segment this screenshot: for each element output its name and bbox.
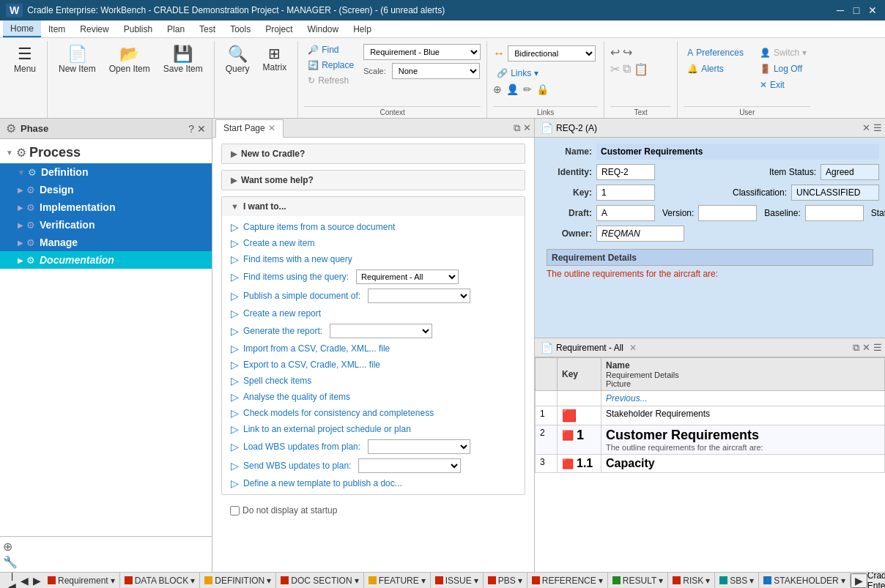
link-spell[interactable]: ▷ Spell check items: [228, 373, 519, 389]
sidebar-item-implementation[interactable]: ▶ ⚙ Implementation: [0, 198, 212, 216]
status-tab-issue[interactable]: ISSUE ▾: [431, 573, 484, 588]
status-tab-result[interactable]: RESULT ▾: [608, 573, 668, 588]
load-wbs-select[interactable]: [368, 439, 470, 454]
sidebar-item-definition[interactable]: ▼ ⚙ Definition: [0, 163, 212, 181]
find-button[interactable]: 🔎 Find: [304, 42, 358, 57]
link-load-wbs[interactable]: ▷ Load WBS updates from plan:: [228, 437, 519, 456]
i-want-to-header[interactable]: ▼ I want to...: [222, 197, 525, 216]
find-query-select[interactable]: Requirement - All: [356, 269, 459, 284]
do-not-display-checkbox[interactable]: [230, 506, 240, 516]
sidebar-item-design[interactable]: ▶ ⚙ Design: [0, 181, 212, 198]
table-row[interactable]: 2 🟥 1 Customer Requirements The ou: [536, 425, 885, 455]
context-select[interactable]: Requirement - Blue: [363, 44, 481, 60]
start-page-panel-close-icon[interactable]: ✕: [523, 122, 531, 134]
paste-icon[interactable]: 📋: [634, 62, 648, 76]
sidebar-item-verification[interactable]: ▶ ⚙ Verification: [0, 216, 212, 234]
sidebar-bottom-icon-2[interactable]: 🔧: [3, 555, 209, 569]
switch-button[interactable]: 👤 Switch ▾: [756, 45, 810, 60]
menu-publish[interactable]: Publish: [116, 21, 160, 37]
refresh-button[interactable]: ↻ Refresh: [304, 73, 358, 88]
sidebar-bottom-icon-1[interactable]: ⊕: [3, 540, 209, 554]
status-tab-requirement[interactable]: Requirement ▾: [43, 573, 120, 588]
link-find-using[interactable]: ▷ Find items using the query: Requiremen…: [228, 267, 519, 286]
start-page-restore-icon[interactable]: ⧉: [514, 122, 520, 134]
link-icon-3[interactable]: ✏: [523, 83, 532, 95]
menu-home[interactable]: Home: [3, 21, 41, 37]
status-tab-definition[interactable]: DEFINITION ▾: [200, 573, 276, 588]
link-import[interactable]: ▷ Import from a CSV, Cradle, XML... file: [228, 340, 519, 357]
minimize-button[interactable]: ─: [834, 4, 847, 17]
copy-icon[interactable]: ⧉: [623, 62, 631, 76]
req-all-tab-close[interactable]: ✕: [629, 343, 637, 353]
logoff-button[interactable]: 🚪 Log Off: [756, 62, 810, 76]
menu-plan[interactable]: Plan: [160, 21, 192, 37]
exit-button[interactable]: ✕ Exit: [756, 78, 810, 92]
alerts-button[interactable]: 🔔 Alerts: [684, 62, 747, 76]
send-wbs-select[interactable]: [358, 458, 461, 473]
link-capture[interactable]: ▷ Capture items from a source document: [228, 219, 519, 235]
status-tab-stakeholder[interactable]: STAKEHOLDER ▾: [759, 573, 850, 588]
link-create-new[interactable]: ▷ Create a new item: [228, 235, 519, 251]
sidebar-help-icon[interactable]: ?: [188, 123, 194, 135]
scale-select[interactable]: None: [392, 63, 480, 79]
link-schedule[interactable]: ▷ Link to an external project schedule o…: [228, 421, 519, 437]
new-to-cradle-header[interactable]: ▶ New to Cradle?: [222, 144, 525, 163]
generate-report-select[interactable]: [330, 324, 432, 338]
status-tab-docsection[interactable]: DOC SECTION ▾: [276, 573, 363, 588]
direction-select[interactable]: Bidirectional: [508, 45, 596, 62]
link-new-report[interactable]: ▷ Create a new report: [228, 305, 519, 321]
link-icon-2[interactable]: 👤: [506, 83, 519, 95]
sidebar-item-documentation[interactable]: ▶ ⚙ Documentation: [0, 251, 212, 269]
query-button[interactable]: 🔍 Query: [221, 42, 255, 78]
undo-icon[interactable]: ↩: [610, 45, 620, 59]
link-find-query[interactable]: ▷ Find items with a new query: [228, 251, 519, 267]
status-nav-first[interactable]: |◀: [6, 572, 18, 588]
menu-help[interactable]: Help: [346, 21, 379, 37]
save-item-button[interactable]: 💾 Save Item: [158, 42, 208, 78]
status-tab-pbs[interactable]: PBS ▾: [484, 573, 527, 588]
req-close-icon[interactable]: ✕: [862, 122, 870, 133]
want-help-header[interactable]: ▶ Want some help?: [222, 171, 525, 190]
replace-button[interactable]: 🔄 Replace: [304, 58, 358, 72]
status-more-button[interactable]: ▶: [851, 573, 867, 588]
link-icon-4[interactable]: 🔒: [536, 83, 549, 95]
table-row[interactable]: 3 🟥 1.1 Capacity: [536, 455, 885, 473]
table-row[interactable]: Previous...: [536, 391, 885, 406]
status-tab-datablock[interactable]: DATA BLOCK ▾: [120, 573, 201, 588]
redo-icon[interactable]: ↪: [623, 45, 632, 59]
menu-window[interactable]: Window: [300, 21, 347, 37]
status-tab-risk[interactable]: RISK ▾: [668, 573, 715, 588]
cut-icon[interactable]: ✂: [610, 62, 620, 76]
status-tab-feature[interactable]: FEATURE ▾: [364, 573, 431, 588]
link-icon-1[interactable]: ⊕: [493, 83, 502, 95]
status-tab-sbs[interactable]: SBS ▾: [715, 573, 759, 588]
link-publish[interactable]: ▷ Publish a simple document of:: [228, 286, 519, 305]
links-button[interactable]: 🔗 Links ▾: [493, 66, 542, 81]
link-analyse[interactable]: ▷ Analyse the quality of items: [228, 389, 519, 405]
sidebar-item-manage[interactable]: ▶ ⚙ Manage: [0, 234, 212, 251]
menu-button[interactable]: ☰ Menu: [9, 42, 41, 78]
start-page-close-icon[interactable]: ✕: [268, 123, 275, 133]
menu-review[interactable]: Review: [73, 21, 116, 37]
req-panel-menu-icon[interactable]: ☰: [873, 122, 882, 133]
new-item-button[interactable]: 📄 New Item: [53, 42, 101, 78]
preferences-button[interactable]: A Preferences: [684, 45, 747, 60]
menu-test[interactable]: Test: [192, 21, 223, 37]
link-send-wbs[interactable]: ▷ Send WBS updates to plan:: [228, 456, 519, 475]
link-define-template[interactable]: ▷ Define a new template to publish a doc…: [228, 475, 519, 491]
link-generate-report[interactable]: ▷ Generate the report:: [228, 321, 519, 340]
req-all-close-icon[interactable]: ✕: [862, 342, 870, 354]
publish-select[interactable]: [368, 289, 470, 303]
status-nav-next[interactable]: ▶: [31, 575, 43, 587]
req-all-restore-icon[interactable]: ⧉: [853, 342, 859, 354]
sidebar-close-icon[interactable]: ✕: [197, 123, 206, 135]
start-page-tab[interactable]: Start Page ✕: [215, 119, 284, 138]
status-nav-prev[interactable]: ◀: [18, 575, 31, 587]
close-button[interactable]: ✕: [866, 4, 879, 17]
matrix-button[interactable]: ⊞ Matrix: [257, 42, 292, 76]
link-check-models[interactable]: ▷ Check models for consistency and compl…: [228, 405, 519, 421]
table-row[interactable]: 1 🟥 Stakeholder Requirements: [536, 406, 885, 425]
menu-project[interactable]: Project: [258, 21, 300, 37]
status-tab-reference[interactable]: REFERENCE ▾: [527, 573, 608, 588]
menu-item[interactable]: Item: [41, 21, 73, 37]
